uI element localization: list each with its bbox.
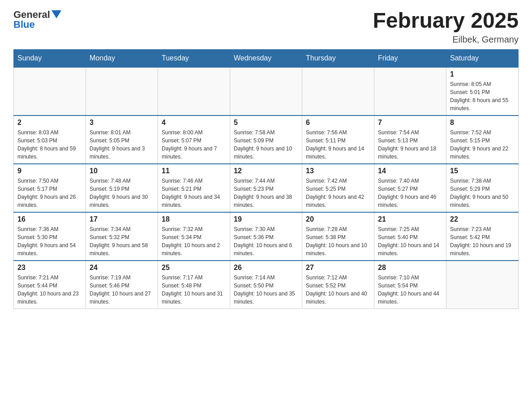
day-number: 10 — [90, 167, 154, 175]
calendar-cell — [374, 67, 446, 116]
header-day-monday: Monday — [86, 49, 158, 67]
calendar-cell: 4Sunrise: 8:00 AM Sunset: 5:07 PM Daylig… — [158, 116, 230, 164]
day-info: Sunrise: 7:52 AM Sunset: 5:15 PM Dayligh… — [450, 128, 515, 161]
calendar-cell — [158, 67, 230, 116]
calendar-cell: 21Sunrise: 7:25 AM Sunset: 5:40 PM Dayli… — [374, 212, 446, 261]
day-number: 20 — [306, 215, 370, 223]
week-row-2: 2Sunrise: 8:03 AM Sunset: 5:03 PM Daylig… — [14, 116, 519, 164]
day-number: 14 — [378, 167, 442, 175]
calendar-title: February 2025 — [373, 9, 519, 33]
day-info: Sunrise: 7:38 AM Sunset: 5:29 PM Dayligh… — [450, 177, 515, 209]
calendar-cell: 2Sunrise: 8:03 AM Sunset: 5:03 PM Daylig… — [14, 116, 86, 164]
day-info: Sunrise: 8:00 AM Sunset: 5:07 PM Dayligh… — [162, 128, 226, 161]
day-info: Sunrise: 8:01 AM Sunset: 5:05 PM Dayligh… — [90, 128, 154, 161]
day-info: Sunrise: 7:44 AM Sunset: 5:23 PM Dayligh… — [234, 177, 298, 209]
calendar-cell: 3Sunrise: 8:01 AM Sunset: 5:05 PM Daylig… — [86, 116, 158, 164]
calendar-cell: 9Sunrise: 7:50 AM Sunset: 5:17 PM Daylig… — [14, 164, 86, 212]
day-number: 21 — [378, 215, 442, 223]
day-info: Sunrise: 7:25 AM Sunset: 5:40 PM Dayligh… — [378, 225, 442, 257]
day-number: 3 — [90, 119, 154, 127]
day-number: 27 — [306, 264, 370, 272]
week-row-4: 16Sunrise: 7:36 AM Sunset: 5:30 PM Dayli… — [14, 212, 519, 261]
calendar-cell — [446, 261, 519, 309]
day-info: Sunrise: 7:14 AM Sunset: 5:50 PM Dayligh… — [234, 274, 298, 306]
day-info: Sunrise: 7:19 AM Sunset: 5:46 PM Dayligh… — [90, 274, 154, 306]
day-number: 28 — [378, 264, 442, 272]
day-number: 11 — [162, 167, 226, 175]
day-info: Sunrise: 7:21 AM Sunset: 5:44 PM Dayligh… — [17, 274, 82, 306]
header-day-saturday: Saturday — [446, 49, 519, 67]
calendar-cell: 24Sunrise: 7:19 AM Sunset: 5:46 PM Dayli… — [86, 261, 158, 309]
day-info: Sunrise: 7:17 AM Sunset: 5:48 PM Dayligh… — [162, 274, 226, 306]
day-number: 5 — [234, 119, 298, 127]
logo-icon — [51, 10, 61, 18]
calendar-cell — [302, 67, 374, 116]
calendar-cell: 12Sunrise: 7:44 AM Sunset: 5:23 PM Dayli… — [230, 164, 302, 212]
day-number: 26 — [234, 264, 298, 272]
day-number: 25 — [162, 264, 226, 272]
logo: General Blue — [13, 9, 61, 30]
calendar-cell: 19Sunrise: 7:30 AM Sunset: 5:36 PM Dayli… — [230, 212, 302, 261]
calendar-cell: 10Sunrise: 7:48 AM Sunset: 5:19 PM Dayli… — [86, 164, 158, 212]
day-number: 24 — [90, 264, 154, 272]
day-number: 22 — [450, 215, 515, 223]
calendar-cell: 8Sunrise: 7:52 AM Sunset: 5:15 PM Daylig… — [446, 116, 519, 164]
title-section: February 2025 Eilbek, Germany — [373, 9, 519, 45]
calendar-cell: 17Sunrise: 7:34 AM Sunset: 5:32 PM Dayli… — [86, 212, 158, 261]
calendar-cell: 14Sunrise: 7:40 AM Sunset: 5:27 PM Dayli… — [374, 164, 446, 212]
calendar-cell: 25Sunrise: 7:17 AM Sunset: 5:48 PM Dayli… — [158, 261, 230, 309]
day-info: Sunrise: 7:32 AM Sunset: 5:34 PM Dayligh… — [162, 225, 226, 257]
day-number: 1 — [450, 70, 515, 78]
calendar-cell: 28Sunrise: 7:10 AM Sunset: 5:54 PM Dayli… — [374, 261, 446, 309]
day-info: Sunrise: 7:36 AM Sunset: 5:30 PM Dayligh… — [17, 225, 82, 257]
week-row-1: 1Sunrise: 8:05 AM Sunset: 5:01 PM Daylig… — [14, 67, 519, 116]
day-number: 6 — [306, 119, 370, 127]
day-info: Sunrise: 8:03 AM Sunset: 5:03 PM Dayligh… — [17, 128, 82, 161]
calendar-cell: 11Sunrise: 7:46 AM Sunset: 5:21 PM Dayli… — [158, 164, 230, 212]
day-info: Sunrise: 7:28 AM Sunset: 5:38 PM Dayligh… — [306, 225, 370, 257]
calendar-cell: 15Sunrise: 7:38 AM Sunset: 5:29 PM Dayli… — [446, 164, 519, 212]
calendar-cell — [14, 67, 86, 116]
calendar-cell: 20Sunrise: 7:28 AM Sunset: 5:38 PM Dayli… — [302, 212, 374, 261]
day-info: Sunrise: 7:58 AM Sunset: 5:09 PM Dayligh… — [234, 128, 298, 161]
calendar-cell: 23Sunrise: 7:21 AM Sunset: 5:44 PM Dayli… — [14, 261, 86, 309]
svg-marker-0 — [51, 10, 61, 18]
day-info: Sunrise: 7:48 AM Sunset: 5:19 PM Dayligh… — [90, 177, 154, 209]
calendar-cell: 26Sunrise: 7:14 AM Sunset: 5:50 PM Dayli… — [230, 261, 302, 309]
calendar-cell: 16Sunrise: 7:36 AM Sunset: 5:30 PM Dayli… — [14, 212, 86, 261]
day-info: Sunrise: 7:46 AM Sunset: 5:21 PM Dayligh… — [162, 177, 226, 209]
calendar-cell: 18Sunrise: 7:32 AM Sunset: 5:34 PM Dayli… — [158, 212, 230, 261]
day-number: 8 — [450, 119, 515, 127]
day-info: Sunrise: 8:05 AM Sunset: 5:01 PM Dayligh… — [450, 80, 515, 112]
day-info: Sunrise: 7:34 AM Sunset: 5:32 PM Dayligh… — [90, 225, 154, 257]
day-number: 16 — [17, 215, 82, 223]
calendar-table: SundayMondayTuesdayWednesdayThursdayFrid… — [13, 49, 519, 309]
day-number: 7 — [378, 119, 442, 127]
day-info: Sunrise: 7:50 AM Sunset: 5:17 PM Dayligh… — [17, 177, 82, 209]
day-number: 9 — [17, 167, 82, 175]
logo-text-blue: Blue — [13, 19, 35, 30]
day-number: 12 — [234, 167, 298, 175]
calendar-cell: 6Sunrise: 7:56 AM Sunset: 5:11 PM Daylig… — [302, 116, 374, 164]
header-day-wednesday: Wednesday — [230, 49, 302, 67]
day-number: 18 — [162, 215, 226, 223]
calendar-cell: 1Sunrise: 8:05 AM Sunset: 5:01 PM Daylig… — [446, 67, 519, 116]
day-info: Sunrise: 7:42 AM Sunset: 5:25 PM Dayligh… — [306, 177, 370, 209]
day-info: Sunrise: 7:12 AM Sunset: 5:52 PM Dayligh… — [306, 274, 370, 306]
calendar-subtitle: Eilbek, Germany — [373, 34, 519, 45]
day-number: 17 — [90, 215, 154, 223]
day-info: Sunrise: 7:23 AM Sunset: 5:42 PM Dayligh… — [450, 225, 515, 257]
day-info: Sunrise: 7:30 AM Sunset: 5:36 PM Dayligh… — [234, 225, 298, 257]
calendar-cell — [86, 67, 158, 116]
day-info: Sunrise: 7:10 AM Sunset: 5:54 PM Dayligh… — [378, 274, 442, 306]
day-number: 15 — [450, 167, 515, 175]
calendar-cell: 7Sunrise: 7:54 AM Sunset: 5:13 PM Daylig… — [374, 116, 446, 164]
page-header: General Blue February 2025 Eilbek, Germa… — [13, 9, 519, 45]
day-number: 23 — [17, 264, 82, 272]
header-day-sunday: Sunday — [14, 49, 86, 67]
header-row: SundayMondayTuesdayWednesdayThursdayFrid… — [14, 49, 519, 67]
day-number: 4 — [162, 119, 226, 127]
day-number: 13 — [306, 167, 370, 175]
day-info: Sunrise: 7:54 AM Sunset: 5:13 PM Dayligh… — [378, 128, 442, 161]
week-row-3: 9Sunrise: 7:50 AM Sunset: 5:17 PM Daylig… — [14, 164, 519, 212]
